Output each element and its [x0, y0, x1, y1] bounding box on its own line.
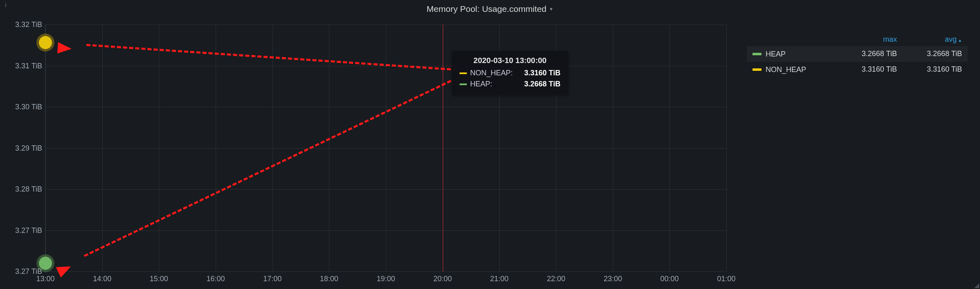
legend-avg-cell: 3.3160 TiB — [903, 62, 968, 77]
grid-line-v — [726, 25, 727, 271]
panel-title[interactable]: Memory Pool: Usage.commited ▼ — [0, 0, 980, 16]
chart-panel: i Memory Pool: Usage.commited ▼ 3.27 TiB… — [0, 0, 980, 289]
x-axis-label: 23:00 — [604, 275, 622, 283]
grid-line-h — [45, 271, 726, 272]
legend-area: max avg HEAP3.2668 TiB3.2668 TiBNON_HEAP… — [734, 16, 980, 288]
chart-area[interactable]: 3.27 TiB3.27 TiB3.28 TiB3.29 TiB3.30 TiB… — [0, 16, 734, 288]
annotation-arrow-head — [57, 42, 72, 54]
legend-header-max[interactable]: max — [838, 33, 903, 46]
y-axis-label: 3.27 TiB — [15, 226, 42, 235]
tooltip-value: 3.2668 TiB — [524, 79, 561, 90]
grid-line-v — [669, 25, 670, 271]
legend-swatch — [752, 68, 761, 71]
legend-row[interactable]: NON_HEAP3.3160 TiB3.3160 TiB — [747, 62, 968, 77]
legend-swatch — [752, 53, 761, 55]
tooltip-row: HEAP:3.2668 TiB — [460, 79, 561, 90]
y-axis-label: 3.28 TiB — [15, 185, 42, 194]
legend-avg-cell: 3.2668 TiB — [903, 46, 968, 62]
legend-series-cell[interactable]: NON_HEAP — [747, 62, 838, 77]
grid-line-v — [386, 25, 386, 271]
tooltip-swatch — [460, 84, 467, 85]
y-axis-label: 3.31 TiB — [15, 61, 42, 70]
info-icon[interactable]: i — [2, 2, 9, 8]
plot-area[interactable]: 3.27 TiB3.27 TiB3.28 TiB3.29 TiB3.30 TiB… — [45, 25, 726, 272]
x-axis-label: 00:00 — [660, 275, 679, 283]
tooltip-value: 3.3160 TiB — [524, 68, 561, 79]
x-axis-label: 22:00 — [547, 275, 565, 283]
tooltip-row: NON_HEAP:3.3160 TiB — [460, 68, 561, 79]
grid-line-v — [273, 25, 273, 271]
y-axis-label: 3.32 TiB — [15, 20, 42, 29]
tooltip-label: HEAP: — [470, 79, 513, 90]
x-axis-label: 18:00 — [320, 275, 338, 283]
legend-max-cell: 3.3160 TiB — [838, 62, 903, 77]
x-axis-label: 20:00 — [433, 275, 452, 283]
legend-max-cell: 3.2668 TiB — [838, 46, 903, 62]
panel-content: 3.27 TiB3.27 TiB3.28 TiB3.29 TiB3.30 TiB… — [0, 16, 980, 288]
grid-line-v — [102, 25, 103, 271]
legend-header-series[interactable] — [747, 33, 838, 46]
legend-series-cell[interactable]: HEAP — [747, 46, 838, 62]
y-axis-label: 3.29 TiB — [15, 144, 42, 152]
x-axis-label: 21:00 — [490, 275, 509, 283]
tooltip-label: NON_HEAP: — [470, 68, 513, 79]
resize-handle-icon[interactable] — [974, 283, 979, 288]
legend-table: max avg HEAP3.2668 TiB3.2668 TiBNON_HEAP… — [747, 33, 968, 77]
grid-line-v — [216, 25, 216, 271]
legend-header-avg[interactable]: avg — [903, 33, 968, 46]
tooltip-swatch — [460, 72, 467, 74]
chevron-down-icon: ▼ — [549, 7, 554, 11]
grid-line-v — [613, 25, 613, 271]
panel-title-text: Memory Pool: Usage.commited — [427, 4, 547, 14]
x-axis-label: 14:00 — [93, 275, 111, 283]
x-axis-label: 17:00 — [263, 275, 282, 283]
grid-line-v — [45, 25, 46, 271]
tooltip-time: 2020-03-10 13:00:00 — [460, 56, 561, 65]
annotation-arrow — [86, 44, 451, 70]
legend-series-name: HEAP — [766, 50, 786, 58]
x-axis-label: 13:00 — [36, 275, 54, 283]
x-axis-label: 01:00 — [717, 275, 735, 283]
info-icon-glyph: i — [5, 2, 6, 8]
legend-series-name: NON_HEAP — [766, 65, 806, 74]
x-axis-label: 19:00 — [376, 275, 395, 283]
data-point-non_heap[interactable] — [39, 36, 52, 49]
y-axis-label: 3.30 TiB — [15, 103, 42, 111]
x-axis-label: 15:00 — [150, 275, 168, 283]
annotation-arrow-head — [56, 261, 74, 278]
x-axis-label: 16:00 — [206, 275, 225, 283]
legend-row[interactable]: HEAP3.2668 TiB3.2668 TiB — [747, 46, 968, 62]
tooltip: 2020-03-10 13:00:00 NON_HEAP:3.3160 TiBH… — [452, 51, 568, 95]
crosshair-line — [443, 25, 443, 271]
data-point-heap[interactable] — [39, 257, 52, 270]
grid-line-v — [159, 25, 159, 271]
